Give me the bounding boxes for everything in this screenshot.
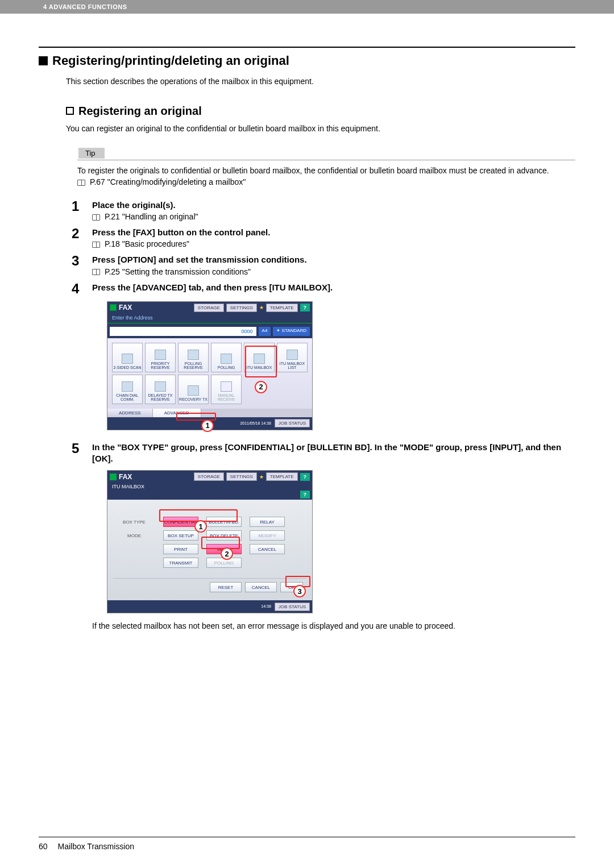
grid-itu-mailbox-list[interactable]: ITU MAILBOX LIST — [277, 343, 308, 372]
step5-note: If the selected mailbox has not been set… — [92, 621, 575, 630]
step-2: 2 Press the [FAX] button on the control … — [72, 227, 575, 248]
help-button[interactable]: ? — [300, 304, 310, 312]
fax-icon — [110, 304, 117, 311]
advanced-grid: 2-SIDED SCAN PRIORITY RESERVE POLLING RE… — [107, 338, 312, 409]
relay-button[interactable]: RELAY — [250, 517, 285, 527]
fax-panel-2: FAX STORAGE SETTINGS ★ TEMPLATE ? ITU MA… — [107, 470, 313, 613]
step-4: 4 Press the [ADVANCED] tab, and then pre… — [72, 282, 575, 296]
callout-3: 3 — [293, 585, 306, 597]
fax-icon — [110, 474, 117, 480]
fax-topbar: FAX STORAGE SETTINGS ★ TEMPLATE ? — [107, 302, 312, 314]
step-ref: P.18 "Basic procedures" — [92, 239, 575, 248]
heading-2-row: Registering an original — [66, 105, 575, 118]
heading-1: Registering/printing/deleting an origina… — [52, 53, 289, 68]
grid-2sided[interactable]: 2-SIDED SCAN — [112, 343, 143, 372]
step-number: 4 — [72, 282, 84, 296]
step-number: 2 — [72, 227, 84, 248]
footer-rule — [39, 837, 575, 837]
boxsetup-button[interactable]: BOX SETUP — [163, 530, 198, 541]
fax-tabs: ADDRESS ADVANCED — [107, 409, 312, 417]
step-5: 5 In the "BOX TYPE" group, press [CONFID… — [72, 442, 575, 465]
address-row: 0000 A4 ✦ STANDARD — [107, 325, 312, 338]
job-status-button[interactable]: JOB STATUS — [275, 603, 310, 611]
square-bullet-icon — [39, 56, 48, 65]
tip-label: Tip — [78, 148, 105, 159]
fax-title: FAX — [119, 473, 192, 481]
grid-priority[interactable]: PRIORITY RESERVE — [145, 343, 176, 372]
section-intro: This section describes the operations of… — [66, 76, 575, 88]
step-number: 3 — [72, 254, 84, 276]
fax-bottom-bar: 14:38 JOB STATUS — [107, 600, 312, 613]
boxtype-label: BOX TYPE — [113, 520, 155, 525]
help-button-2[interactable]: ? — [300, 491, 310, 499]
grid-delayed-tx[interactable]: DELAYED TX RESERVE — [145, 375, 176, 404]
footer-title: Mailbox Transmission — [57, 842, 134, 851]
modify-button[interactable]: MODIFY — [250, 530, 285, 541]
breadcrumb: 4 ADVANCED FUNCTIONS — [43, 3, 127, 10]
callout-2: 2 — [255, 381, 267, 393]
heading-1-row: Registering/printing/deleting an origina… — [39, 53, 575, 68]
paper-pill[interactable]: A4 — [259, 327, 271, 336]
fax-subtitle: ITU MAILBOX — [107, 483, 312, 491]
grid-manual-receive[interactable]: MANUAL RECEIVE — [211, 375, 242, 404]
book-icon — [92, 269, 100, 275]
fax2-body: BOX TYPE CONFIDENTIAL BULLETIN BD. RELAY… — [107, 500, 312, 600]
settings-button[interactable]: SETTINGS — [226, 472, 257, 481]
h2-intro: You can register an original to the conf… — [66, 123, 575, 135]
template-button[interactable]: TEMPLATE — [266, 304, 298, 312]
tip-rule — [77, 160, 575, 160]
fax-date: 2011/05/18 14:38 — [240, 421, 271, 426]
grid-chain-dial[interactable]: CHAIN DIAL COMM. — [112, 375, 143, 404]
steps-list: 1 Place the original(s). P.21 "Handling … — [72, 200, 575, 296]
step-title: Press the [ADVANCED] tab, and then press… — [92, 282, 575, 293]
fax-title: FAX — [119, 304, 192, 312]
book-icon — [92, 214, 100, 221]
address-field[interactable]: 0000 — [110, 327, 256, 336]
step-3: 3 Press [OPTION] and set the transmissio… — [72, 254, 575, 276]
page-footer: 60 Mailbox Transmission — [39, 837, 575, 851]
page-number: 60 — [39, 842, 48, 851]
help-button[interactable]: ? — [300, 473, 310, 481]
step-title: Press [OPTION] and set the transmission … — [92, 254, 575, 265]
confidential-button[interactable]: CONFIDENTIAL — [163, 517, 198, 527]
callout-2: 2 — [221, 547, 233, 560]
reset-button[interactable]: RESET — [210, 582, 242, 592]
grid-itu-mailbox[interactable]: ITU MAILBOX — [244, 343, 275, 372]
step-ref: P.25 "Setting the transmission condition… — [92, 267, 575, 276]
open-square-icon — [66, 107, 74, 115]
settings-button[interactable]: SETTINGS — [226, 304, 257, 312]
step-ref: P.21 "Handling an original" — [92, 212, 575, 221]
fax-panel: FAX STORAGE SETTINGS ★ TEMPLATE ? Enter … — [107, 301, 313, 430]
fax-screenshot-1: FAX STORAGE SETTINGS ★ TEMPLATE ? Enter … — [107, 301, 575, 430]
mode-label: MODE — [113, 533, 155, 538]
dialog-cancel-button[interactable]: CANCEL — [245, 582, 277, 592]
fax-screenshot-2: FAX STORAGE SETTINGS ★ TEMPLATE ? ITU MA… — [107, 470, 575, 613]
step-1: 1 Place the original(s). P.21 "Handling … — [72, 200, 575, 221]
storage-button[interactable]: STORAGE — [194, 472, 224, 481]
tip-text: To register the originals to confidentia… — [77, 165, 575, 176]
tip-ref: P.67 "Creating/modifying/deleting a mail… — [77, 176, 575, 188]
callout-1: 1 — [201, 420, 214, 432]
step-number: 1 — [72, 200, 84, 221]
bulletin-button[interactable]: BULLETIN BD. — [206, 517, 242, 527]
tab-advanced[interactable]: ADVANCED — [153, 409, 201, 417]
fax-topbar: FAX STORAGE SETTINGS ★ TEMPLATE ? — [107, 471, 312, 483]
tab-address[interactable]: ADDRESS — [107, 409, 153, 417]
standard-pill[interactable]: ✦ STANDARD — [273, 327, 310, 336]
job-status-button[interactable]: JOB STATUS — [275, 419, 310, 427]
grid-recovery-tx[interactable]: RECOVERY TX — [178, 375, 209, 404]
fax-subtitle: Enter the Address — [107, 314, 312, 322]
template-button[interactable]: TEMPLATE — [266, 472, 298, 481]
boxdelete-button[interactable]: BOX DELETE — [206, 530, 242, 541]
dialog-buttons: RESET CANCEL OK — [113, 578, 306, 592]
grid-polling[interactable]: POLLING — [211, 343, 242, 372]
step-title: Place the original(s). — [92, 200, 575, 211]
grid-polling-reserve[interactable]: POLLING RESERVE — [178, 343, 209, 372]
storage-button[interactable]: STORAGE — [194, 304, 224, 312]
step-title: Press the [FAX] button on the control pa… — [92, 227, 575, 238]
transmit-button[interactable]: TRANSMIT — [163, 558, 198, 568]
cancel-button[interactable]: CANCEL — [250, 544, 285, 554]
step-title: In the "BOX TYPE" group, press [CONFIDEN… — [92, 442, 575, 465]
steps-list-2: 5 In the "BOX TYPE" group, press [CONFID… — [72, 442, 575, 465]
print-button[interactable]: PRINT — [163, 544, 198, 554]
